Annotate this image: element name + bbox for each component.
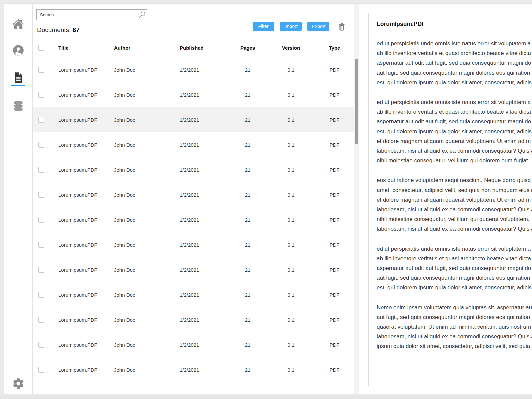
row-checkbox-cell: [33, 342, 58, 348]
cell-version: 0.1: [268, 67, 314, 73]
row-checkbox[interactable]: [38, 142, 44, 148]
preview-paragraph: Nemo enim ipsam voluptatem quia voluptas…: [377, 303, 532, 351]
column-header-author[interactable]: Author: [114, 45, 180, 51]
row-checkbox[interactable]: [38, 367, 44, 373]
cell-title: Lorumipsum.PDF: [58, 67, 114, 73]
cell-author: John Doe: [114, 117, 180, 123]
cell-published: 1/2/2021: [180, 67, 228, 73]
table-row[interactable]: Lorumipsum.PDF John Doe 1/2/2021 21 0.1 …: [33, 357, 355, 382]
row-checkbox-cell: [33, 317, 58, 323]
cell-published: 1/2/2021: [180, 167, 228, 173]
cell-published: 1/2/2021: [180, 267, 228, 273]
row-checkbox[interactable]: [38, 67, 44, 73]
cell-pages: 21: [228, 242, 268, 248]
table-row[interactable]: Lorumipsum.PDF John Doe 1/2/2021 21 0.1 …: [33, 332, 355, 357]
active-tab-indicator: [11, 85, 25, 86]
cell-version: 0.1: [268, 92, 314, 98]
table-row[interactable]: Lorumipsum.PDF John Doe 1/2/2021 21 0.1 …: [33, 132, 355, 157]
gear-icon: [12, 377, 25, 390]
export-button[interactable]: Export: [307, 22, 329, 31]
cell-title: Lorumipsum.PDF: [58, 242, 114, 248]
cell-version: 0.1: [268, 192, 314, 198]
row-checkbox-cell: [33, 217, 58, 223]
cell-author: John Doe: [114, 217, 180, 223]
row-checkbox[interactable]: [38, 317, 44, 323]
sidebar-item-profile[interactable]: [11, 43, 26, 58]
table-header: Title Author Published Pages Version Typ…: [33, 38, 355, 57]
table-row[interactable]: Lorumipsum.PDF John Doe 1/2/2021 21 0.1 …: [33, 282, 355, 307]
cell-pages: 21: [228, 67, 268, 73]
preview-document-title: LorumIpsum.PDF: [377, 21, 532, 27]
row-checkbox[interactable]: [38, 242, 44, 248]
cell-author: John Doe: [114, 367, 180, 373]
table-row[interactable]: Lorumipsum.PDF John Doe 1/2/2021 21 0.1 …: [33, 107, 355, 132]
table-scrollbar-thumb[interactable]: [355, 59, 358, 144]
cell-author: John Doe: [114, 292, 180, 298]
cell-type: PDF: [314, 192, 355, 198]
documents-panel: Documents: 67 Filter Import Export: [32, 3, 359, 394]
cell-type: PDF: [314, 217, 355, 223]
sidebar-item-database[interactable]: [11, 99, 26, 113]
select-all-checkbox[interactable]: [38, 45, 44, 51]
table-row[interactable]: Lorumipsum.PDF John Doe 1/2/2021 21 0.1 …: [33, 257, 355, 282]
cell-type: PDF: [314, 142, 355, 148]
cell-title: Lorumipsum.PDF: [58, 217, 114, 223]
cell-published: 1/2/2021: [180, 92, 228, 98]
home-icon: [11, 17, 25, 31]
cell-version: 0.1: [268, 142, 314, 148]
table-row[interactable]: Lorumipsum.PDF John Doe 1/2/2021 21 0.1 …: [33, 307, 355, 332]
sidebar-item-home[interactable]: [11, 17, 26, 32]
cell-version: 0.1: [268, 217, 314, 223]
search-input[interactable]: [37, 12, 137, 17]
column-header-pages[interactable]: Pages: [228, 45, 268, 51]
cell-pages: 21: [228, 217, 268, 223]
app-window: Documents: 67 Filter Import Export: [0, 0, 532, 399]
row-checkbox-cell: [33, 292, 58, 298]
sidebar-item-documents[interactable]: [11, 70, 26, 85]
cell-version: 0.1: [268, 367, 314, 373]
table-row[interactable]: Lorumipsum.PDF John Doe 1/2/2021 21 0.1 …: [33, 232, 355, 257]
cell-author: John Doe: [114, 67, 180, 73]
cell-title: Lorumipsum.PDF: [58, 292, 114, 298]
sidebar-item-settings[interactable]: [11, 376, 26, 391]
row-checkbox[interactable]: [38, 217, 44, 223]
search-box: [36, 9, 147, 20]
preview-panel: LorumIpsum.PDF ed ut perspiciatis unde o…: [359, 3, 532, 394]
row-checkbox[interactable]: [38, 117, 44, 123]
row-checkbox[interactable]: [38, 167, 44, 173]
cell-author: John Doe: [114, 192, 180, 198]
preview-paragraph: ed ut perspiciatis unde omnis iste natus…: [377, 39, 532, 87]
table-row[interactable]: Lorumipsum.PDF John Doe 1/2/2021 21 0.1 …: [33, 157, 355, 182]
cell-type: PDF: [314, 317, 355, 323]
column-header-version[interactable]: Version: [268, 45, 314, 51]
cell-pages: 21: [228, 317, 268, 323]
row-checkbox-cell: [33, 142, 58, 148]
cell-title: Lorumipsum.PDF: [58, 142, 114, 148]
column-header-title[interactable]: Title: [58, 45, 114, 51]
cell-published: 1/2/2021: [180, 217, 228, 223]
documents-count-line: Documents: 67: [37, 26, 80, 34]
delete-button[interactable]: [338, 22, 346, 31]
table-row[interactable]: Lorumipsum.PDF John Doe 1/2/2021 21 0.1 …: [33, 182, 355, 207]
select-all-cell: [33, 45, 58, 51]
column-header-published[interactable]: Published: [180, 45, 228, 51]
filter-button[interactable]: Filter: [253, 22, 274, 31]
table-row[interactable]: Lorumipsum.PDF John Doe 1/2/2021 21 0.1 …: [33, 82, 355, 107]
cell-author: John Doe: [114, 242, 180, 248]
row-checkbox[interactable]: [38, 292, 44, 298]
cell-author: John Doe: [114, 317, 180, 323]
row-checkbox[interactable]: [38, 92, 44, 98]
row-checkbox-cell: [33, 367, 58, 373]
row-checkbox[interactable]: [38, 342, 44, 348]
table-scrollbar-track[interactable]: [354, 4, 359, 394]
column-header-type[interactable]: Type: [314, 45, 355, 51]
cell-version: 0.1: [268, 167, 314, 173]
import-button[interactable]: Import: [280, 22, 302, 31]
preview-paragraph: eos qui ratione voluptatem sequi nesciun…: [377, 175, 532, 234]
cell-version: 0.1: [268, 242, 314, 248]
row-checkbox[interactable]: [38, 192, 44, 198]
table-row[interactable]: Lorumipsum.PDF John Doe 1/2/2021 21 0.1 …: [33, 207, 355, 232]
table-row[interactable]: Lorumipsum.PDF John Doe 1/2/2021 21 0.1 …: [33, 57, 355, 82]
row-checkbox[interactable]: [38, 267, 44, 273]
cell-type: PDF: [314, 267, 355, 273]
